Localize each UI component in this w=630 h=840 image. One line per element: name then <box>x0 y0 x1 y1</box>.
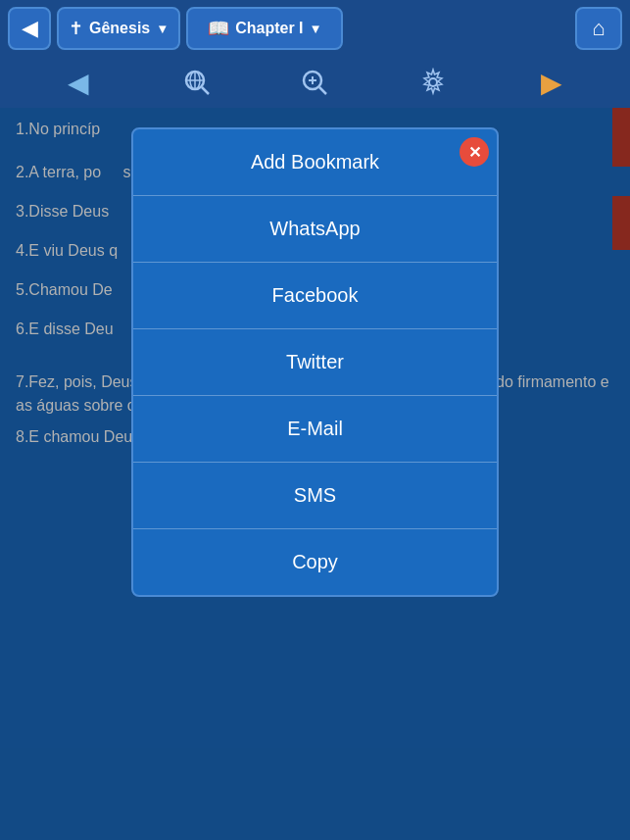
cross-icon: ✝ <box>69 18 83 39</box>
svg-line-6 <box>319 87 326 94</box>
facebook-item[interactable]: Facebook <box>133 263 497 329</box>
back-arrow-icon: ◀ <box>22 16 38 41</box>
home-icon: ⌂ <box>592 16 605 41</box>
svg-point-9 <box>429 78 437 86</box>
world-search-icon <box>182 68 212 97</box>
whatsapp-item[interactable]: WhatsApp <box>133 196 497 263</box>
modal-close-button[interactable]: ✕ <box>460 137 489 167</box>
share-modal: ✕ Add Bookmark WhatsApp Facebook Twitter… <box>131 127 499 597</box>
twitter-item[interactable]: Twitter <box>133 329 497 396</box>
prev-arrow-button[interactable]: ◀ <box>59 63 98 102</box>
settings-icon <box>418 68 448 97</box>
book-dropdown-icon: ▼ <box>156 22 169 36</box>
book-selector-button[interactable]: ✝ Gênesis ▼ <box>57 7 180 50</box>
zoom-search-button[interactable] <box>295 63 334 102</box>
sms-item[interactable]: SMS <box>133 463 497 529</box>
back-button[interactable]: ◀ <box>8 7 51 50</box>
book-open-icon: 📖 <box>208 18 229 39</box>
svg-line-4 <box>202 87 209 94</box>
book-name: Gênesis <box>89 20 150 37</box>
zoom-search-icon <box>300 68 329 97</box>
modal-overlay: ✕ Add Bookmark WhatsApp Facebook Twitter… <box>0 108 630 840</box>
copy-item[interactable]: Copy <box>133 529 497 595</box>
chapter-dropdown-icon: ▼ <box>310 22 322 36</box>
email-item[interactable]: E-Mail <box>133 396 497 463</box>
home-button[interactable]: ⌂ <box>575 7 622 50</box>
content-area: 1.No princíp 2.A terra, po ... s sobre a… <box>0 108 630 840</box>
chapter-selector-button[interactable]: 📖 Chapter I ▼ <box>186 7 343 50</box>
next-arrow-button[interactable]: ▶ <box>532 63 571 102</box>
add-bookmark-item[interactable]: Add Bookmark <box>133 129 497 196</box>
settings-button[interactable] <box>413 63 453 102</box>
close-icon: ✕ <box>468 143 481 162</box>
header: ◀ ✝ Gênesis ▼ 📖 Chapter I ▼ ⌂ <box>0 0 630 57</box>
world-search-button[interactable] <box>177 63 217 102</box>
chapter-name: Chapter I <box>235 20 303 37</box>
toolbar: ◀ ▶ <box>0 57 630 108</box>
